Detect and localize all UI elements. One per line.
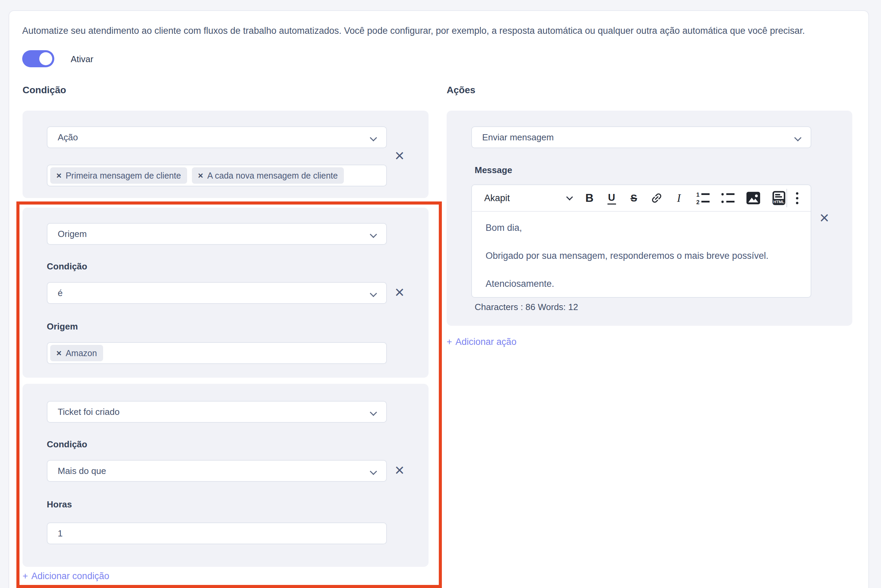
condition3-trigger-select[interactable]: Ticket foi criado: [47, 401, 387, 423]
paragraph-style-dropdown[interactable]: Akapit: [484, 193, 572, 204]
bullet-list-button[interactable]: [721, 190, 735, 206]
chevron-down-icon: [370, 231, 377, 238]
chevron-down-icon: [566, 194, 573, 201]
activate-toggle[interactable]: [22, 50, 54, 67]
underline-button[interactable]: U: [606, 190, 617, 206]
condition3-hours-input[interactable]: 1: [47, 522, 387, 544]
add-condition-label: Adicionar condição: [31, 571, 109, 581]
chevron-down-icon: [370, 409, 377, 416]
condition2-trigger-select[interactable]: Origem: [47, 223, 387, 245]
message-paragraph: Obrigado por sua mensagem, responderemos…: [485, 250, 797, 261]
italic-button[interactable]: I: [674, 190, 685, 206]
svg-text:2: 2: [696, 199, 699, 204]
message-editor: Akapit B U S I 1 2: [471, 184, 811, 298]
message-label: Message: [475, 165, 512, 176]
toggle-knob: [39, 52, 52, 65]
tag-primeira-mensagem: ×Primeira mensagem de cliente: [50, 167, 187, 184]
condition2-condition-label: Condição: [47, 261, 87, 272]
underline-icon: U: [607, 192, 616, 204]
condition3-operator-value: Mais do que: [58, 460, 106, 481]
chevron-down-icon: [370, 134, 377, 141]
condition3-remove-button[interactable]: ×: [392, 464, 407, 478]
condition2-operator-value: é: [58, 283, 63, 303]
strikethrough-button[interactable]: S: [628, 190, 640, 206]
message-editor-body[interactable]: Bom dia, Obrigado por sua mensagem, resp…: [472, 212, 811, 290]
add-action-link[interactable]: +Adicionar ação: [446, 337, 516, 347]
condition1-trigger-value: Ação: [58, 127, 78, 147]
link-button[interactable]: [650, 190, 663, 206]
svg-text:HTML: HTML: [773, 200, 785, 204]
tag-remove-icon[interactable]: ×: [56, 348, 61, 358]
link-icon: [647, 189, 666, 207]
message-paragraph: Bom dia,: [485, 222, 797, 234]
condition2-origin-label: Origem: [47, 321, 78, 332]
condition2-operator-select[interactable]: é: [47, 282, 387, 304]
toolbar-icons: B U S I 1 2: [584, 190, 787, 206]
tag-remove-icon[interactable]: ×: [198, 170, 203, 181]
strikethrough-icon: S: [630, 193, 637, 204]
page-description: Automatize seu atendimento ao cliente co…: [22, 25, 852, 37]
condition2-remove-button[interactable]: ×: [392, 285, 407, 300]
chevron-down-icon: [794, 134, 802, 141]
tag-cada-nova-mensagem: ×A cada nova mensagem de cliente: [192, 167, 344, 184]
tag-remove-icon[interactable]: ×: [56, 170, 61, 181]
character-word-counter: Characters : 86 Words: 12: [475, 302, 578, 312]
condition3-trigger-value: Ticket foi criado: [58, 402, 120, 422]
action-remove-button[interactable]: ×: [817, 211, 832, 226]
condition2-origin-tags-input[interactable]: ×Amazon: [47, 342, 387, 364]
insert-image-button[interactable]: [746, 190, 761, 206]
add-action-label: Adicionar ação: [455, 337, 517, 347]
image-icon: [746, 191, 761, 205]
more-options-button[interactable]: [796, 192, 799, 204]
action-type-select[interactable]: Enviar mensagem: [471, 126, 811, 148]
tag-label: Primeira mensagem de cliente: [66, 171, 181, 181]
paragraph-style-value: Akapit: [484, 193, 510, 204]
activate-toggle-label: Ativar: [71, 54, 93, 64]
tag-label: Amazon: [66, 348, 97, 358]
condition1-trigger-select[interactable]: Ação: [47, 126, 387, 148]
html-source-button[interactable]: HTML: [772, 190, 787, 206]
condition3-operator-select[interactable]: Mais do que: [47, 460, 387, 482]
condition2-trigger-value: Origem: [58, 224, 87, 244]
editor-toolbar: Akapit B U S I 1 2: [472, 185, 811, 212]
message-paragraph: Atenciosamente.: [485, 278, 797, 290]
html-icon: HTML: [772, 190, 787, 206]
plus-icon: +: [446, 337, 452, 347]
actions-header: Ações: [446, 85, 475, 96]
condition3-hours-label: Horas: [47, 499, 72, 510]
condition-header: Condição: [22, 85, 66, 96]
chevron-down-icon: [370, 290, 377, 297]
plus-icon: +: [22, 571, 28, 581]
add-condition-link[interactable]: +Adicionar condição: [22, 571, 109, 582]
condition3-hours-value: 1: [58, 523, 63, 544]
ordered-list-icon: 1 2: [696, 192, 710, 204]
tag-label: A cada nova mensagem de cliente: [207, 171, 338, 181]
italic-icon: I: [677, 192, 682, 204]
action-type-value: Enviar mensagem: [482, 127, 554, 147]
bold-icon: B: [585, 192, 593, 204]
bullet-list-icon: [721, 192, 735, 204]
chevron-down-icon: [370, 468, 377, 475]
condition1-tags-input[interactable]: ×Primeira mensagem de cliente ×A cada no…: [47, 165, 387, 186]
tag-amazon: ×Amazon: [50, 345, 103, 361]
ordered-list-button[interactable]: 1 2: [696, 190, 710, 206]
svg-text:1: 1: [696, 192, 699, 198]
bold-button[interactable]: B: [584, 190, 595, 206]
condition1-remove-button[interactable]: ×: [392, 149, 407, 164]
automation-settings-page: Automatize seu atendimento ao cliente co…: [0, 0, 881, 588]
condition3-condition-label: Condição: [47, 439, 87, 450]
toolbar-divider: [787, 189, 787, 207]
